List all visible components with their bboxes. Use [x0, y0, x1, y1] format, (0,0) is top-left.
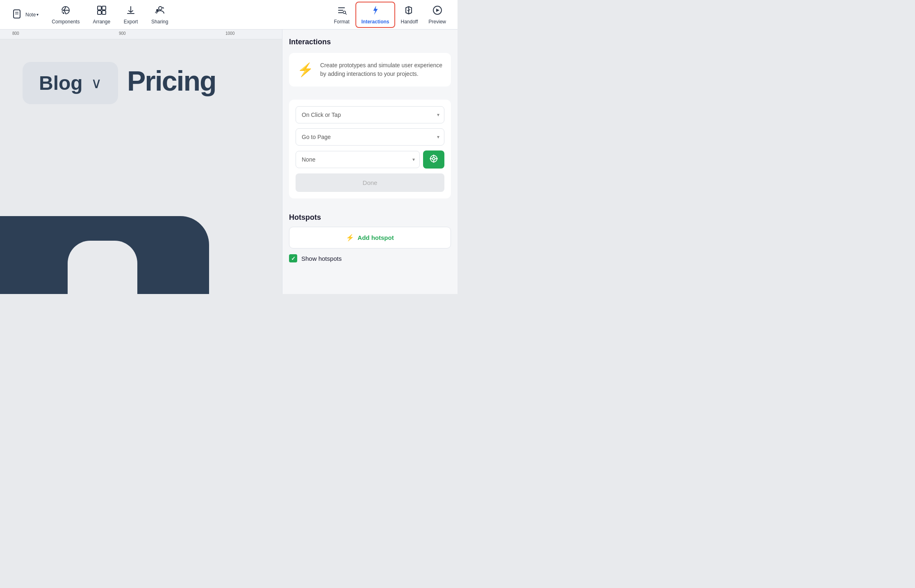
- svg-rect-5: [98, 6, 101, 10]
- note-chevron-icon: ▾: [36, 12, 39, 17]
- add-hotspot-button[interactable]: ⚡ Add hotspot: [289, 227, 451, 248]
- toolbar-export[interactable]: Export: [118, 2, 144, 28]
- toolbar-left: Note ▾ Components: [7, 2, 328, 28]
- info-card-text: Create prototypes and simulate user expe…: [320, 61, 443, 78]
- handoff-icon: [404, 5, 414, 17]
- svg-point-19: [432, 157, 435, 160]
- show-hotspots-row: ✓ Show hotspots: [289, 254, 451, 262]
- toolbar-preview[interactable]: Preview: [423, 2, 451, 28]
- svg-line-11: [163, 7, 164, 8]
- svg-rect-6: [102, 6, 106, 10]
- toolbar-interactions[interactable]: Interactions: [355, 2, 395, 28]
- target-select-wrapper: None Page 1 Page 2 ▾: [296, 151, 420, 168]
- show-hotspots-label: Show hotspots: [301, 255, 341, 262]
- done-button[interactable]: Done: [296, 173, 444, 192]
- note-icon: [12, 9, 23, 21]
- components-label: Components: [52, 19, 80, 25]
- panel-title: Interactions: [289, 38, 451, 46]
- toolbar-note[interactable]: Note ▾: [7, 5, 44, 24]
- ruler-tick-800: 800: [12, 31, 19, 36]
- canvas[interactable]: 800 900 1000 Blog ∨ Pricing: [0, 30, 282, 294]
- hotspots-section: Hotspots ⚡ Add hotspot ✓ Show hotspots: [289, 213, 451, 262]
- pricing-text: Pricing: [127, 65, 216, 97]
- export-label: Export: [124, 19, 138, 25]
- interactions-icon: [370, 5, 380, 17]
- arrange-label: Arrange: [93, 19, 110, 25]
- blog-chevron: ∨: [91, 75, 102, 92]
- svg-rect-8: [102, 11, 106, 14]
- arrange-icon: [96, 5, 107, 17]
- interactions-info-card: ⚡ Create prototypes and simulate user ex…: [289, 53, 451, 87]
- svg-rect-7: [98, 11, 101, 14]
- svg-point-3: [63, 12, 64, 14]
- toolbar-arrange[interactable]: Arrange: [87, 2, 116, 28]
- ruler-tick-1000: 1000: [225, 31, 234, 36]
- blog-card[interactable]: Blog ∨: [23, 62, 118, 104]
- crosshair-icon: [429, 154, 438, 165]
- trigger-row: On Click or Tap On Hover On Double Click…: [296, 106, 444, 123]
- checkmark-icon: ✓: [291, 255, 296, 262]
- svg-point-9: [159, 7, 162, 10]
- target-row: None Page 1 Page 2 ▾: [296, 150, 444, 169]
- trigger-select[interactable]: On Click or Tap On Hover On Double Click…: [296, 106, 444, 123]
- toolbar-sharing[interactable]: Sharing: [146, 2, 174, 28]
- action-row: Go to Page Go to URL Scroll To Open Over…: [296, 128, 444, 146]
- toolbar-note-label: Note: [25, 12, 36, 18]
- action-select[interactable]: Go to Page Go to URL Scroll To Open Over…: [296, 128, 444, 146]
- right-panel: Interactions ⚡ Create prototypes and sim…: [282, 30, 458, 294]
- interactions-label: Interactions: [361, 19, 389, 25]
- blog-text: Blog: [39, 72, 83, 94]
- ruler: 800 900 1000: [0, 30, 282, 39]
- format-label: Format: [334, 19, 349, 25]
- components-icon: [60, 5, 71, 17]
- svg-point-4: [62, 11, 63, 12]
- svg-line-16: [346, 13, 347, 14]
- bolt-icon: ⚡: [297, 62, 314, 77]
- hotspots-title: Hotspots: [289, 213, 321, 221]
- target-picker-button[interactable]: [423, 150, 444, 169]
- add-hotspot-label: Add hotspot: [357, 234, 394, 241]
- main-area: 800 900 1000 Blog ∨ Pricing In: [0, 30, 458, 294]
- sharing-label: Sharing: [151, 19, 168, 25]
- target-select[interactable]: None Page 1 Page 2: [296, 151, 420, 168]
- export-icon: [125, 5, 136, 17]
- ruler-tick-900: 900: [119, 31, 126, 36]
- toolbar-components[interactable]: Components: [46, 2, 85, 28]
- toolbar-right: Format Interactions Handoff: [328, 2, 451, 28]
- add-hotspot-bolt-icon: ⚡: [346, 234, 354, 242]
- dark-bottom-shape: [0, 216, 282, 294]
- toolbar: Note ▾ Components: [0, 0, 458, 30]
- sharing-icon: [155, 5, 165, 17]
- preview-icon: [432, 5, 443, 17]
- interaction-config-card: On Click or Tap On Hover On Double Click…: [289, 100, 451, 198]
- preview-label: Preview: [428, 19, 446, 25]
- toolbar-format[interactable]: Format: [328, 2, 355, 28]
- show-hotspots-checkbox[interactable]: ✓: [289, 254, 297, 262]
- toolbar-handoff[interactable]: Handoff: [396, 2, 423, 28]
- format-icon: [336, 5, 347, 17]
- handoff-label: Handoff: [401, 19, 418, 25]
